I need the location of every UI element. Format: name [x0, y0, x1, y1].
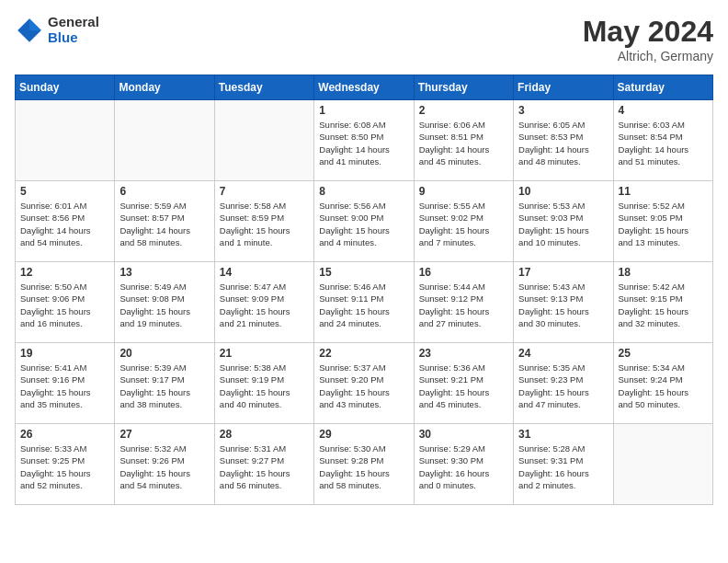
day-info-22: Sunrise: 5:37 AM Sunset: 9:20 PM Dayligh… — [319, 362, 408, 410]
day-info-12: Sunrise: 5:50 AM Sunset: 9:06 PM Dayligh… — [20, 281, 109, 329]
day-cell-3-3: 14Sunrise: 5:47 AM Sunset: 9:09 PM Dayli… — [214, 262, 313, 343]
day-number-18: 18 — [619, 266, 708, 279]
day-info-21: Sunrise: 5:38 AM Sunset: 9:19 PM Dayligh… — [220, 362, 309, 410]
logo-blue-text: Blue — [48, 30, 99, 46]
weekday-header-thursday: Thursday — [414, 75, 513, 100]
calendar-table: SundayMondayTuesdayWednesdayThursdayFrid… — [15, 75, 713, 505]
day-number-29: 29 — [319, 428, 408, 441]
day-number-8: 8 — [319, 185, 408, 198]
day-info-2: Sunrise: 6:06 AM Sunset: 8:51 PM Dayligh… — [419, 119, 508, 167]
day-info-6: Sunrise: 5:59 AM Sunset: 8:57 PM Dayligh… — [119, 200, 209, 248]
day-cell-2-6: 10Sunrise: 5:53 AM Sunset: 9:03 PM Dayli… — [514, 181, 613, 262]
day-number-12: 12 — [20, 266, 109, 279]
day-number-31: 31 — [518, 428, 608, 441]
day-number-17: 17 — [518, 266, 608, 279]
weekday-header-row: SundayMondayTuesdayWednesdayThursdayFrid… — [16, 75, 713, 100]
day-cell-5-6: 31Sunrise: 5:28 AM Sunset: 9:31 PM Dayli… — [514, 424, 613, 505]
day-cell-5-5: 30Sunrise: 5:29 AM Sunset: 9:30 PM Dayli… — [414, 424, 513, 505]
day-cell-1-4: 1Sunrise: 6:08 AM Sunset: 8:50 PM Daylig… — [314, 100, 414, 181]
day-number-14: 14 — [220, 266, 309, 279]
day-info-29: Sunrise: 5:30 AM Sunset: 9:28 PM Dayligh… — [319, 442, 408, 491]
day-info-24: Sunrise: 5:35 AM Sunset: 9:23 PM Dayligh… — [518, 362, 608, 410]
weekday-header-sunday: Sunday — [16, 75, 115, 100]
day-number-19: 19 — [20, 347, 109, 360]
weekday-header-tuesday: Tuesday — [214, 75, 313, 100]
day-number-13: 13 — [119, 266, 209, 279]
day-info-28: Sunrise: 5:31 AM Sunset: 9:27 PM Dayligh… — [220, 442, 309, 491]
day-cell-4-5: 23Sunrise: 5:36 AM Sunset: 9:21 PM Dayli… — [414, 343, 513, 424]
day-info-30: Sunrise: 5:29 AM Sunset: 9:30 PM Dayligh… — [419, 442, 508, 491]
day-number-10: 10 — [518, 185, 608, 198]
day-info-10: Sunrise: 5:53 AM Sunset: 9:03 PM Dayligh… — [518, 200, 608, 248]
week-row-5: 26Sunrise: 5:33 AM Sunset: 9:25 PM Dayli… — [16, 424, 713, 505]
day-cell-3-5: 16Sunrise: 5:44 AM Sunset: 9:12 PM Dayli… — [414, 262, 513, 343]
day-number-23: 23 — [419, 347, 508, 360]
day-info-26: Sunrise: 5:33 AM Sunset: 9:25 PM Dayligh… — [20, 442, 109, 491]
day-cell-4-1: 19Sunrise: 5:41 AM Sunset: 9:16 PM Dayli… — [16, 343, 115, 424]
logo-general-text: General — [48, 15, 99, 30]
day-cell-2-1: 5Sunrise: 6:01 AM Sunset: 8:56 PM Daylig… — [16, 181, 115, 262]
week-row-2: 5Sunrise: 6:01 AM Sunset: 8:56 PM Daylig… — [16, 181, 713, 262]
day-cell-5-1: 26Sunrise: 5:33 AM Sunset: 9:25 PM Dayli… — [16, 424, 115, 505]
day-number-26: 26 — [20, 428, 109, 441]
day-number-16: 16 — [419, 266, 508, 279]
day-number-7: 7 — [220, 185, 309, 198]
day-cell-2-4: 8Sunrise: 5:56 AM Sunset: 9:00 PM Daylig… — [314, 181, 414, 262]
day-cell-3-1: 12Sunrise: 5:50 AM Sunset: 9:06 PM Dayli… — [16, 262, 115, 343]
day-cell-1-6: 3Sunrise: 6:05 AM Sunset: 8:53 PM Daylig… — [514, 100, 613, 181]
day-number-4: 4 — [619, 104, 708, 117]
day-number-3: 3 — [518, 104, 608, 117]
day-number-9: 9 — [419, 185, 508, 198]
day-cell-2-3: 7Sunrise: 5:58 AM Sunset: 8:59 PM Daylig… — [214, 181, 313, 262]
day-info-9: Sunrise: 5:55 AM Sunset: 9:02 PM Dayligh… — [419, 200, 508, 248]
day-cell-1-2 — [115, 100, 214, 181]
day-cell-2-2: 6Sunrise: 5:59 AM Sunset: 8:57 PM Daylig… — [115, 181, 214, 262]
day-cell-4-7: 25Sunrise: 5:34 AM Sunset: 9:24 PM Dayli… — [613, 343, 712, 424]
day-cell-5-2: 27Sunrise: 5:32 AM Sunset: 9:26 PM Dayli… — [115, 424, 214, 505]
day-cell-3-7: 18Sunrise: 5:42 AM Sunset: 9:15 PM Dayli… — [613, 262, 712, 343]
day-info-8: Sunrise: 5:56 AM Sunset: 9:00 PM Dayligh… — [319, 200, 408, 248]
day-cell-1-5: 2Sunrise: 6:06 AM Sunset: 8:51 PM Daylig… — [414, 100, 513, 181]
day-number-28: 28 — [220, 428, 309, 441]
calendar-title-block: May 2024 Altrich, Germany — [583, 15, 713, 63]
day-cell-2-5: 9Sunrise: 5:55 AM Sunset: 9:02 PM Daylig… — [414, 181, 513, 262]
day-info-18: Sunrise: 5:42 AM Sunset: 9:15 PM Dayligh… — [619, 281, 708, 329]
day-info-15: Sunrise: 5:46 AM Sunset: 9:11 PM Dayligh… — [319, 281, 408, 329]
day-info-13: Sunrise: 5:49 AM Sunset: 9:08 PM Dayligh… — [119, 281, 209, 329]
logo: General Blue — [15, 15, 99, 45]
logo-text: General Blue — [48, 15, 99, 45]
day-info-14: Sunrise: 5:47 AM Sunset: 9:09 PM Dayligh… — [220, 281, 309, 329]
day-cell-3-4: 15Sunrise: 5:46 AM Sunset: 9:11 PM Dayli… — [314, 262, 414, 343]
day-number-6: 6 — [119, 185, 209, 198]
week-row-4: 19Sunrise: 5:41 AM Sunset: 9:16 PM Dayli… — [16, 343, 713, 424]
day-cell-4-2: 20Sunrise: 5:39 AM Sunset: 9:17 PM Dayli… — [115, 343, 214, 424]
weekday-header-monday: Monday — [115, 75, 214, 100]
week-row-1: 1Sunrise: 6:08 AM Sunset: 8:50 PM Daylig… — [16, 100, 713, 181]
day-info-20: Sunrise: 5:39 AM Sunset: 9:17 PM Dayligh… — [119, 362, 209, 410]
day-info-25: Sunrise: 5:34 AM Sunset: 9:24 PM Dayligh… — [619, 362, 708, 410]
day-number-2: 2 — [419, 104, 508, 117]
day-number-11: 11 — [619, 185, 708, 198]
day-number-30: 30 — [419, 428, 508, 441]
day-number-24: 24 — [518, 347, 608, 360]
weekday-header-friday: Friday — [514, 75, 613, 100]
day-info-3: Sunrise: 6:05 AM Sunset: 8:53 PM Dayligh… — [518, 119, 608, 167]
day-number-27: 27 — [119, 428, 209, 441]
day-number-5: 5 — [20, 185, 109, 198]
day-cell-1-3 — [214, 100, 313, 181]
day-number-20: 20 — [119, 347, 209, 360]
day-cell-4-3: 21Sunrise: 5:38 AM Sunset: 9:19 PM Dayli… — [214, 343, 313, 424]
svg-marker-1 — [29, 18, 41, 30]
day-info-31: Sunrise: 5:28 AM Sunset: 9:31 PM Dayligh… — [518, 442, 608, 491]
day-number-21: 21 — [220, 347, 309, 360]
logo-icon — [15, 16, 44, 45]
day-cell-2-7: 11Sunrise: 5:52 AM Sunset: 9:05 PM Dayli… — [613, 181, 712, 262]
day-info-11: Sunrise: 5:52 AM Sunset: 9:05 PM Dayligh… — [619, 200, 708, 248]
day-cell-3-6: 17Sunrise: 5:43 AM Sunset: 9:13 PM Dayli… — [514, 262, 613, 343]
day-info-27: Sunrise: 5:32 AM Sunset: 9:26 PM Dayligh… — [119, 442, 209, 491]
day-info-1: Sunrise: 6:08 AM Sunset: 8:50 PM Dayligh… — [319, 119, 408, 167]
day-info-19: Sunrise: 5:41 AM Sunset: 9:16 PM Dayligh… — [20, 362, 109, 410]
day-info-16: Sunrise: 5:44 AM Sunset: 9:12 PM Dayligh… — [419, 281, 508, 329]
day-cell-5-4: 29Sunrise: 5:30 AM Sunset: 9:28 PM Dayli… — [314, 424, 414, 505]
day-cell-1-7: 4Sunrise: 6:03 AM Sunset: 8:54 PM Daylig… — [613, 100, 712, 181]
